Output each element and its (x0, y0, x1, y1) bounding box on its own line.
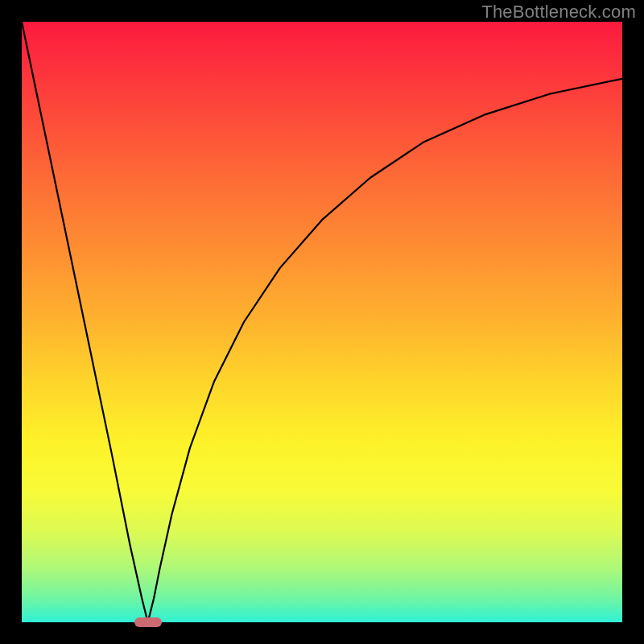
chart-frame: TheBottleneck.com (0, 0, 644, 644)
watermark-text: TheBottleneck.com (481, 2, 636, 23)
chart-curve (22, 22, 622, 622)
min-marker (134, 617, 162, 627)
plot-area (22, 22, 622, 622)
